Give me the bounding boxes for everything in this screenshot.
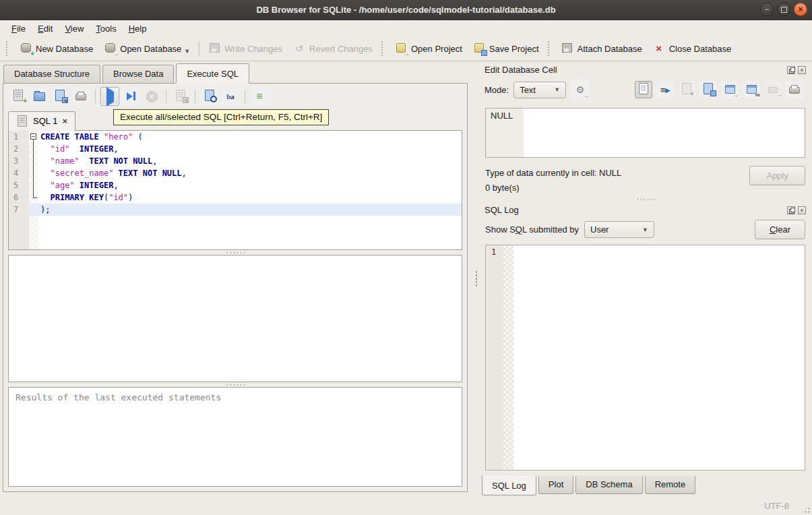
execute-current-line-button[interactable] <box>121 87 140 106</box>
tab-browse-data[interactable]: Browse Data <box>102 65 174 83</box>
fold-margin[interactable]: − <box>29 131 38 143</box>
edit-cell-dock-header: Edit Database Cell × <box>478 61 812 77</box>
left-pane: Database StructureBrowse DataExecute SQL… <box>0 61 474 496</box>
results-grid[interactable] <box>8 255 462 382</box>
new-sql-tab-button[interactable]: + <box>9 87 28 106</box>
edit-cell-title: Edit Database Cell <box>485 65 557 75</box>
print-cell-button[interactable] <box>786 81 803 98</box>
encoding-indicator[interactable]: UTF-8 <box>764 501 789 511</box>
submitted-by-select[interactable]: User ▼ <box>584 221 654 238</box>
line-number[interactable]: 1 <box>9 131 29 143</box>
open-project-button[interactable]: →Open Project <box>389 39 468 59</box>
close-dock-icon[interactable]: × <box>798 66 806 74</box>
new-database-button[interactable]: +New Database <box>14 39 98 59</box>
splitter-editor-results[interactable] <box>3 250 467 255</box>
print-button[interactable] <box>71 87 90 106</box>
code-text[interactable]: ); <box>38 204 462 216</box>
export-data-button[interactable] <box>699 81 717 98</box>
titlebar[interactable]: DB Browser for SQLite - /home/user/code/… <box>0 0 812 20</box>
menu-help[interactable]: Help <box>123 22 153 36</box>
float-dock-icon[interactable] <box>787 66 795 74</box>
dock-tab-plot[interactable]: Plot <box>538 476 573 494</box>
dock-tab-db-schema[interactable]: DB Schema <box>575 476 642 494</box>
code-text[interactable]: CREATE TABLE "hero" ( <box>38 131 462 143</box>
dock-tabbar: SQL LogPlotDB SchemaRemote <box>478 476 812 496</box>
close-button[interactable]: × <box>794 3 807 16</box>
line-number[interactable]: 5 <box>9 179 29 191</box>
line-number[interactable]: 6 <box>9 191 29 204</box>
fold-margin[interactable] <box>29 143 38 155</box>
results-message-area[interactable]: Results of the last executed statements <box>8 387 462 487</box>
code-line-6: 6 PRIMARY KEY("id") <box>9 191 462 204</box>
editor-empty-area[interactable] <box>9 216 462 249</box>
close-database-button[interactable]: ×Close Database <box>648 40 737 58</box>
app-window: DB Browser for SQLite - /home/user/code/… <box>0 0 812 515</box>
minimize-button[interactable]: − <box>760 3 774 16</box>
save-sql-file-button[interactable]: ▼ <box>51 87 69 106</box>
splitter-left-right[interactable] <box>474 61 478 496</box>
splitter-cell-log[interactable] <box>478 197 812 202</box>
resize-grip-icon[interactable] <box>801 504 811 514</box>
auto-format-button[interactable]: ≡ <box>250 87 269 106</box>
toolbar-handle[interactable] <box>548 41 553 56</box>
line-number[interactable]: 3 <box>9 155 29 167</box>
toolbar-button-label: Open Project <box>411 44 462 54</box>
line-number[interactable]: 2 <box>9 143 29 155</box>
close-tab-icon[interactable]: × <box>62 117 67 125</box>
tab-execute-sql[interactable]: Execute SQL <box>176 63 249 84</box>
code-text[interactable]: "age" INTEGER, <box>38 179 462 191</box>
open-sql-file-button[interactable] <box>30 87 49 106</box>
mode-select[interactable]: Text ▼ <box>513 82 566 98</box>
text-document-button[interactable] <box>635 81 652 98</box>
toolbar-handle[interactable] <box>381 41 386 56</box>
float-dock-icon[interactable] <box>787 206 795 214</box>
code-text[interactable]: "id" INTEGER, <box>38 143 462 155</box>
chevron-down-icon[interactable]: ▼ <box>184 48 190 55</box>
cell-value-editor[interactable]: NULL <box>485 108 805 158</box>
dock-tab-remote[interactable]: Remote <box>645 476 696 494</box>
fold-margin[interactable] <box>29 167 38 179</box>
execute-all-button[interactable] <box>100 87 119 106</box>
open-database-button[interactable]: →Open Database▼ <box>98 39 195 59</box>
cell-value-area[interactable] <box>524 109 805 157</box>
main-tabbar: Database StructureBrowse DataExecute SQL <box>0 61 474 83</box>
splitter-results-messages[interactable] <box>3 382 467 387</box>
line-number[interactable]: 4 <box>9 167 29 179</box>
fold-margin[interactable] <box>29 204 38 216</box>
find-button[interactable] <box>200 87 219 106</box>
fold-margin[interactable] <box>29 179 38 191</box>
line-number[interactable]: 7 <box>9 204 29 216</box>
apply-settings-button[interactable]: ⚙→ <box>571 80 590 99</box>
attach-database-button[interactable]: Attach Database <box>556 39 648 59</box>
menu-edit[interactable]: Edit <box>32 22 59 36</box>
menu-view[interactable]: View <box>59 22 90 36</box>
link-button[interactable]: ∞ <box>743 81 760 98</box>
open-in-external-button[interactable]: → <box>721 81 739 98</box>
dock-tab-sql-log[interactable]: SQL Log <box>482 475 536 495</box>
print-icon <box>75 90 87 103</box>
window-title: DB Browser for SQLite - /home/user/code/… <box>256 5 555 15</box>
menu-tools[interactable]: Tools <box>90 22 122 36</box>
sql-log-title: SQL Log <box>485 205 519 215</box>
word-wrap-button[interactable]: ≡▸ <box>656 81 674 98</box>
sql-document-tab[interactable]: SQL 1 × <box>8 111 75 131</box>
sql-code-editor[interactable]: 1−CREATE TABLE "hero" (2 "id" INTEGER,3 … <box>8 130 462 250</box>
maximize-button[interactable] <box>777 3 790 16</box>
save-project-button[interactable]: Save Project <box>468 39 544 59</box>
menu-file[interactable]: File <box>5 22 32 36</box>
replace-button[interactable]: ba <box>221 87 240 106</box>
code-text[interactable]: "secret_name" TEXT NOT NULL, <box>38 167 462 179</box>
fold-margin[interactable] <box>29 191 38 204</box>
fold-margin[interactable] <box>29 155 38 167</box>
toolbar-handle[interactable] <box>6 41 11 56</box>
close-dock-icon[interactable]: × <box>798 206 806 214</box>
log-text-area[interactable] <box>513 245 805 470</box>
sql-log-view[interactable]: 1 <box>485 245 805 471</box>
find-icon <box>204 90 216 103</box>
chevron-down-icon: ▼ <box>184 98 189 104</box>
apply-button[interactable]: Apply <box>749 166 805 185</box>
code-text[interactable]: PRIMARY KEY("id") <box>38 191 462 204</box>
clear-button[interactable]: Clear <box>755 220 805 239</box>
tab-database-structure[interactable]: Database Structure <box>3 65 100 83</box>
code-text[interactable]: "name" TEXT NOT NULL, <box>38 155 462 167</box>
